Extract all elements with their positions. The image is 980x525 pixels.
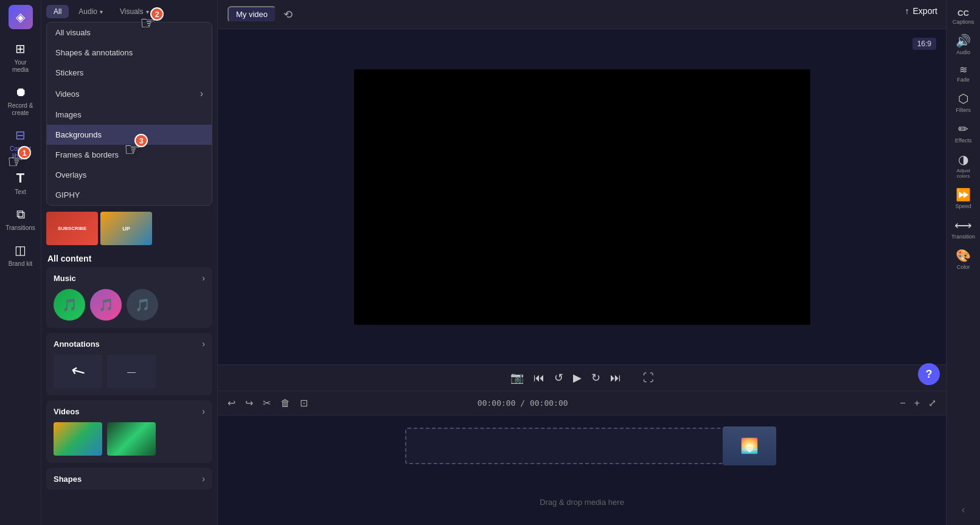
right-tool-transition[interactable]: ⟷ Transition [949, 214, 978, 243]
main-area: My video ⟲ 📷 ⏮ ↺ ▶ ↻ ⏭ ⛶ ↩ ↪ ✂ 🗑 ⊡ [218, 0, 946, 525]
video-thumbs [46, 422, 212, 463]
thumb-1[interactable]: SUBSCRIBE [46, 212, 98, 245]
sidebar-collapse-btn[interactable]: ‹ [962, 499, 965, 520]
right-tool-effects[interactable]: ✏ Effects [949, 118, 978, 147]
videos-section-header[interactable]: Videos › [46, 400, 212, 422]
sidebar-item-brand-kit[interactable]: ◫ Brand kit [4, 238, 38, 271]
annotations-title: Annotations [54, 339, 100, 349]
fast-forward-btn[interactable]: ⏭ [610, 372, 621, 384]
sidebar-item-transitions[interactable]: ⧉ Transitions [4, 202, 38, 235]
dropdown-backgrounds[interactable]: Backgrounds [47, 125, 212, 145]
your-media-icon: ⊞ [12, 40, 29, 57]
tab-visuals[interactable]: Visuals [113, 5, 156, 18]
right-tool-speed[interactable]: ⏩ Speed [949, 184, 978, 213]
sidebar-item-content-library[interactable]: ⊟ Contentlibrary [4, 123, 38, 164]
right-tool-filters[interactable]: ⬡ Filters [949, 88, 978, 117]
music-circle-2[interactable]: 🎵 [90, 289, 122, 321]
timeline-zoom: − + ⤢ [897, 395, 939, 411]
shapes-title: Shapes [54, 475, 82, 484]
aspect-ratio-badge[interactable]: 16:9 [912, 38, 936, 50]
fullscreen-btn[interactable]: ⛶ [643, 372, 654, 384]
right-tool-captions[interactable]: CC Captions [949, 5, 978, 29]
dropdown-stickers[interactable]: Stickers [47, 63, 212, 83]
share-icon[interactable]: ⟲ [283, 8, 293, 21]
shapes-section: Shapes › [46, 468, 212, 490]
music-circle-3[interactable]: 🎵 [127, 289, 158, 321]
right-tool-adjust[interactable]: ◑ Adjustcolors [949, 148, 978, 183]
music-circle-1[interactable]: 🎵 [54, 289, 85, 321]
help-button[interactable]: ? [918, 363, 940, 385]
visuals-dropdown: All visuals Shapes & annotations Sticker… [46, 22, 212, 206]
play-btn[interactable]: ▶ [573, 371, 582, 384]
dropdown-giphy[interactable]: GIPHY [47, 185, 212, 205]
music-section: Music › 🎵 🎵 🎵 [46, 267, 212, 328]
music-icons: 🎵 🎵 🎵 [46, 289, 212, 328]
panel: All Audio Visuals All visuals Shapes & a… [41, 0, 218, 525]
rewind-btn[interactable]: ⏮ [533, 372, 544, 384]
redo-btn[interactable]: ↪ [243, 395, 255, 411]
transitions-icon: ⧉ [12, 206, 29, 223]
captions-icon: CC [957, 9, 969, 18]
timeline-content: 🌅 Drag & drop media here [218, 415, 946, 525]
music-title: Music [54, 274, 76, 283]
forward-5-btn[interactable]: ↻ [591, 371, 600, 384]
effects-icon: ✏ [958, 122, 968, 136]
right-tool-fade[interactable]: ≋ Fade [949, 60, 978, 86]
dropdown-frames[interactable]: Frames & borders [47, 145, 212, 165]
export-button[interactable]: ↑ Export [905, 6, 937, 16]
color-icon: 🎨 [956, 248, 971, 263]
right-tool-audio[interactable]: 🔊 Audio [949, 30, 978, 59]
annotations-section: Annotations › ↖ — [46, 333, 212, 395]
dropdown-videos[interactable]: Videos [47, 83, 212, 105]
annotation-thumb-2[interactable]: — [107, 355, 156, 388]
video-canvas [354, 69, 810, 325]
sidebar-item-record[interactable]: ⏺ Record &create [4, 80, 38, 120]
text-icon: T [12, 170, 29, 187]
zoom-in-btn[interactable]: + [912, 395, 922, 411]
shapes-section-header[interactable]: Shapes › [46, 468, 212, 490]
panel-tabs: All Audio Visuals [41, 0, 217, 18]
undo-btn[interactable]: ↩ [225, 395, 238, 411]
shapes-arrow: › [202, 474, 205, 484]
sidebar-left: ◈ ⊞ Your media ⏺ Record &create ⊟ Conten… [0, 0, 41, 525]
speed-icon: ⏩ [956, 187, 971, 202]
timeline-time: 00:00:00 / 00:00:00 [478, 398, 568, 408]
annotation-thumbs: ↖ — [46, 355, 212, 395]
videos-section: Videos › [46, 400, 212, 463]
track-thumbnail[interactable]: 🌅 [723, 426, 776, 465]
dropdown-shapes[interactable]: Shapes & annotations [47, 43, 212, 63]
cut-btn[interactable]: ✂ [260, 395, 273, 411]
my-video-tab[interactable]: My video [228, 6, 276, 23]
music-section-header[interactable]: Music › [46, 267, 212, 289]
music-arrow: › [202, 273, 205, 283]
fade-icon: ≋ [959, 64, 967, 75]
delete-btn[interactable]: 🗑 [278, 395, 293, 411]
sidebar-item-your-media[interactable]: ⊞ Your media [4, 37, 38, 77]
replay-5-btn[interactable]: ↺ [554, 371, 563, 384]
capture-icon[interactable]: 📷 [510, 371, 524, 384]
drag-drop-label: Drag & drop media here [540, 498, 624, 507]
dropdown-images[interactable]: Images [47, 105, 212, 125]
track-clip[interactable] [405, 428, 746, 464]
tab-all[interactable]: All [46, 5, 69, 18]
video-thumb-1[interactable] [54, 422, 102, 456]
adjust-icon: ◑ [958, 152, 968, 167]
sidebar-right: CC Captions 🔊 Audio ≋ Fade ⬡ Filters ✏ E… [946, 0, 980, 525]
sidebar-item-text[interactable]: T Text [4, 166, 38, 200]
split-btn[interactable]: ⊡ [297, 395, 310, 411]
dropdown-overlays[interactable]: Overlays [47, 165, 212, 185]
annotation-thumb-1[interactable]: ↖ [54, 355, 102, 388]
fit-view-btn[interactable]: ⤢ [926, 395, 939, 411]
brand-kit-icon: ◫ [12, 242, 29, 259]
thumb-2[interactable]: UP [100, 212, 152, 245]
export-icon: ↑ [905, 6, 909, 16]
dropdown-all-visuals[interactable]: All visuals [47, 23, 212, 43]
right-tool-color[interactable]: 🎨 Color [949, 245, 978, 274]
zoom-out-btn[interactable]: − [897, 395, 908, 411]
annotations-section-header[interactable]: Annotations › [46, 333, 212, 355]
audio-icon: 🔊 [956, 33, 971, 48]
tab-audio[interactable]: Audio [71, 5, 110, 18]
panel-content: Music › 🎵 🎵 🎵 Annotations › ↖ [41, 267, 217, 525]
videos-title: Videos [54, 407, 79, 416]
video-thumb-2[interactable] [107, 422, 156, 456]
